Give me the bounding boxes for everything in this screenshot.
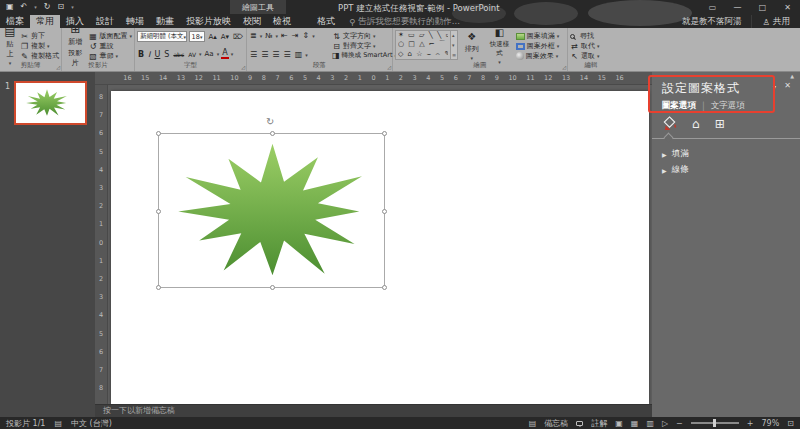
accessibility-icon[interactable]: ▤ [54, 419, 62, 428]
clear-formatting-button[interactable]: ⌦ [232, 33, 244, 41]
redo-icon[interactable]: ↻ [44, 2, 51, 11]
shape-selection-box[interactable]: ↻ [158, 133, 385, 288]
selection-handle[interactable] [382, 209, 387, 214]
selection-handle[interactable] [156, 209, 161, 214]
save-icon[interactable]: ▣ [6, 2, 14, 11]
slideshow-view-icon[interactable]: ▷ [662, 419, 668, 428]
grow-font-button[interactable]: A▴ [207, 33, 217, 41]
character-spacing-button[interactable]: AV [187, 51, 197, 58]
zoom-slider[interactable] [691, 422, 739, 424]
line-section-header[interactable]: ▶ 線條 [662, 164, 689, 176]
font-name-combo[interactable]: 新細明體 (本文▾ [137, 31, 187, 42]
tab-review[interactable]: 校閱 [237, 15, 267, 28]
slide-thumbnail[interactable] [14, 81, 87, 125]
slide-canvas[interactable]: ↻ [111, 91, 649, 404]
undo-icon[interactable]: ↶ [21, 2, 28, 11]
qat-customize-icon[interactable]: ▾ [71, 4, 74, 10]
section-button[interactable]: ▧章節▾ [88, 51, 132, 61]
shrink-font-button[interactable]: A▾ [220, 33, 230, 41]
maximize-icon[interactable]: □ [750, 0, 775, 14]
selection-handle[interactable] [382, 131, 387, 136]
tab-home[interactable]: 常用 [30, 15, 60, 28]
decrease-indent-button[interactable]: ⇤ [280, 31, 289, 40]
text-shadow-button[interactable]: S [163, 50, 170, 59]
line-spacing-button[interactable]: ⇕ [301, 31, 310, 40]
account-name[interactable]: 就是教不落阿湯 [682, 15, 742, 28]
start-presentation-icon[interactable]: ⊡ [57, 2, 64, 11]
text-direction-button[interactable]: ⇅文字方向▾ [332, 31, 390, 41]
quick-styles-button[interactable]: ◧ 快速樣式 ▾ [485, 30, 514, 60]
effects-icon[interactable]: ⌂ [692, 118, 700, 130]
find-button[interactable]: 尋找 [570, 31, 612, 41]
cut-button[interactable]: ✂剪下 [20, 31, 59, 41]
dialog-launcher-icon[interactable]: ◿ [241, 64, 245, 70]
normal-view-icon[interactable]: ▣ [615, 419, 623, 428]
justify-button[interactable]: ☰ [283, 50, 292, 59]
shape-gallery-scrollbar[interactable]: ▴ ▾ ≡ [451, 30, 458, 60]
selection-handle[interactable] [382, 285, 387, 290]
shape-outline-button[interactable]: 圖案外框▾ [516, 41, 565, 51]
scroll-down-icon[interactable]: ▾ [452, 42, 456, 48]
replace-button[interactable]: ⇄取代▾ [570, 41, 612, 51]
tab-design[interactable]: 設計 [90, 15, 120, 28]
align-text-button[interactable]: ⊟對齊文字▾ [332, 41, 390, 51]
notes-placeholder[interactable]: 按一下以新增備忘稿 [95, 404, 652, 417]
fill-line-bucket-icon[interactable] [662, 116, 677, 131]
tab-file[interactable]: 檔案 [0, 15, 30, 28]
zoom-slider-thumb[interactable] [713, 419, 716, 427]
convert-smartart-button[interactable]: ◨轉換成 SmartArt▾ [332, 51, 390, 60]
minimize-icon[interactable]: — [725, 0, 750, 14]
zoom-out-icon[interactable]: − [676, 419, 683, 428]
shape-fill-button[interactable]: 圖案填滿▾ [516, 31, 565, 41]
select-button[interactable]: ↖選取▾ [570, 51, 612, 61]
align-left-button[interactable]: ☰ [249, 50, 258, 59]
tab-format[interactable]: 格式 [311, 15, 341, 28]
layout-button[interactable]: ▦版面配置▾ [88, 31, 132, 41]
fit-to-window-icon[interactable]: ⊡ [787, 419, 794, 428]
fill-section-header[interactable]: ▶ 填滿 [662, 148, 689, 160]
close-icon[interactable]: ✕ [775, 0, 800, 14]
italic-button[interactable]: I [147, 50, 151, 59]
share-button[interactable]: ♙ 共用 [751, 15, 800, 28]
reset-button[interactable]: ↺重設 [88, 41, 132, 51]
zoom-level[interactable]: 79% [762, 419, 780, 428]
selection-handle[interactable] [156, 285, 161, 290]
notes-toggle[interactable]: 備忘稿 [544, 418, 568, 429]
bullets-button[interactable]: ≣ [249, 31, 258, 40]
copy-button[interactable]: ❐複製▾ [20, 41, 59, 51]
font-color-button[interactable]: A [221, 49, 228, 59]
paste-button[interactable]: ▤ 貼上 ▾ [2, 30, 18, 60]
reading-view-icon[interactable]: ▥ [646, 419, 654, 428]
align-center-button[interactable]: ☰ [260, 50, 269, 59]
language-indicator[interactable]: 中文 (台灣) [71, 418, 112, 429]
new-slide-button[interactable]: ⊞ 新增 投影片 [64, 30, 86, 60]
selection-handle[interactable] [270, 285, 275, 290]
change-case-button[interactable]: Aa [204, 50, 215, 58]
arrange-button[interactable]: ❖ 排列 ▾ [460, 30, 483, 60]
tell-me-box[interactable]: ⚲ 告訴我您想要執行的動作... [349, 15, 460, 28]
ribbon-display-options-icon[interactable]: ▭ [700, 0, 725, 14]
selection-handle[interactable] [156, 131, 161, 136]
numbering-button[interactable]: № [264, 32, 273, 40]
format-painter-button[interactable]: ✎複製格式 [20, 51, 59, 61]
tab-view[interactable]: 檢視 [267, 15, 297, 28]
dialog-launcher-icon[interactable]: ◿ [387, 64, 391, 70]
align-right-button[interactable]: ☰ [271, 50, 280, 59]
scroll-up-icon[interactable]: ▴ [452, 32, 456, 38]
rotate-handle[interactable]: ↻ [266, 117, 274, 127]
strikethrough-button[interactable]: abc [172, 51, 185, 58]
bold-button[interactable]: B [137, 50, 145, 59]
zoom-in-icon[interactable]: + [747, 419, 754, 428]
comments-toggle[interactable]: 註解 [591, 418, 607, 429]
shape-effects-button[interactable]: 圖案效果▾ [516, 51, 565, 61]
tab-animations[interactable]: 動畫 [150, 15, 180, 28]
slide-sorter-view-icon[interactable]: ▦ [631, 419, 639, 428]
underline-button[interactable]: U [153, 50, 161, 59]
pane-scroll-up-icon[interactable]: ▲ [790, 73, 794, 79]
dialog-launcher-icon[interactable]: ◿ [562, 64, 566, 70]
dialog-launcher-icon[interactable]: ◿ [56, 64, 60, 70]
gallery-more-icon[interactable]: ≡ [452, 52, 456, 58]
font-size-combo[interactable]: 18▾ [189, 31, 206, 42]
starburst-shape[interactable] [164, 137, 381, 286]
tab-slideshow[interactable]: 投影片放映 [180, 15, 237, 28]
